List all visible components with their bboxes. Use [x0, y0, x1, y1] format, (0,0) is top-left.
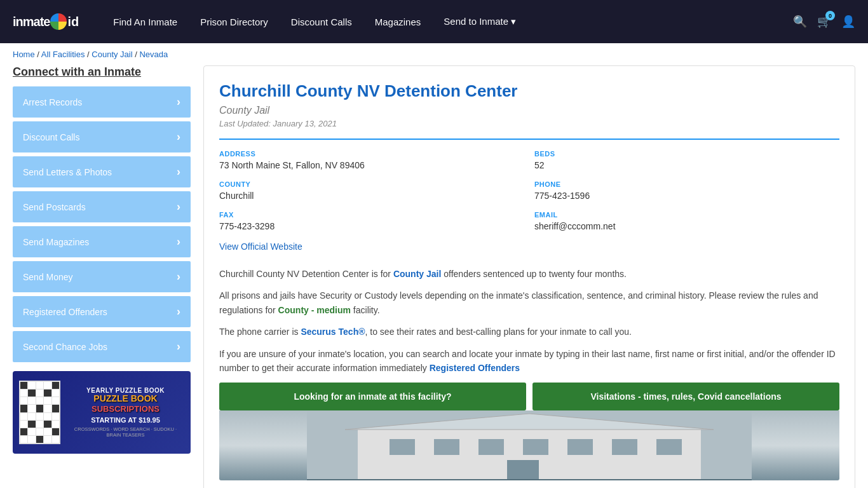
facility-card: Churchill County NV Detention Center Cou… — [203, 65, 855, 488]
nav-prison-directory[interactable]: Prison Directory — [191, 11, 277, 32]
ad-text: YEARLY PUZZLE BOOK PUZZLE BOOK SUBSCRIPT… — [67, 387, 184, 437]
phone-label: PHONE — [534, 180, 839, 188]
address-label: ADDRESS — [219, 150, 524, 158]
arrow-icon: › — [177, 165, 180, 179]
county-jail-link[interactable]: County Jail — [393, 269, 441, 279]
svg-rect-4 — [434, 439, 459, 455]
county-medium-link[interactable]: County - medium — [278, 305, 351, 315]
breadcrumb: Home / All Facilities / County Jail / Ne… — [0, 43, 868, 65]
securus-link[interactable]: Securus Tech® — [301, 327, 365, 337]
desc-para-1: Churchill County NV Detention Center is … — [219, 267, 839, 281]
svg-rect-10 — [507, 460, 539, 480]
beds-block: BEDS 52 — [534, 150, 839, 170]
sidebar: Connect with an Inmate Arrest Records › … — [13, 65, 191, 488]
fax-value: 775-423-3298 — [219, 221, 524, 231]
logo[interactable]: inmate id — [13, 13, 79, 30]
fax-block: FAX 775-423-3298 — [219, 211, 524, 231]
arrow-icon: › — [177, 305, 180, 318]
sidebar-item-label: Arrest Records — [23, 97, 82, 107]
search-button[interactable]: 🔍 — [793, 15, 807, 29]
sidebar-ad[interactable]: YEARLY PUZZLE BOOK PUZZLE BOOK SUBSCRIPT… — [13, 371, 191, 454]
breadcrumb-home[interactable]: Home — [13, 50, 35, 59]
svg-rect-5 — [478, 439, 504, 455]
sidebar-item-send-postcards[interactable]: Send Postcards › — [13, 191, 191, 222]
building-svg — [219, 410, 839, 480]
info-grid: ADDRESS 73 North Maine St, Fallon, NV 89… — [219, 139, 839, 231]
svg-rect-11 — [307, 479, 752, 480]
user-button[interactable]: 👤 — [841, 15, 855, 29]
address-block: ADDRESS 73 North Maine St, Fallon, NV 89… — [219, 150, 524, 170]
arrow-icon: › — [177, 270, 180, 283]
arrow-icon: › — [177, 340, 180, 353]
sidebar-item-label: Send Money — [23, 272, 73, 282]
nav-links: Find An Inmate Prison Directory Discount… — [104, 11, 793, 32]
county-block: COUNTY Churchill — [219, 180, 524, 201]
sidebar-item-arrest-records[interactable]: Arrest Records › — [13, 86, 191, 118]
content: Churchill County NV Detention Center Cou… — [203, 65, 855, 488]
arrow-icon: › — [177, 95, 180, 109]
beds-label: BEDS — [534, 150, 839, 158]
facility-updated: Last Updated: January 13, 2021 — [219, 119, 839, 128]
fax-label: FAX — [219, 211, 524, 219]
sidebar-item-send-money[interactable]: Send Money › — [13, 261, 191, 292]
county-value: Churchill — [219, 191, 524, 201]
sidebar-item-discount-calls[interactable]: Discount Calls › — [13, 121, 191, 152]
breadcrumb-state[interactable]: Nevada — [139, 50, 168, 59]
nav-magazines[interactable]: Magazines — [366, 11, 430, 32]
facility-type: County Jail — [219, 105, 839, 116]
ad-types: CROSSWORDS · WORD SEARCH · SUDOKU · BRAI… — [67, 426, 184, 438]
puzzle-grid — [19, 381, 60, 444]
action-buttons: Looking for an inmate at this facility? … — [219, 383, 839, 410]
beds-value: 52 — [534, 160, 839, 170]
navbar: inmate id Find An Inmate Prison Director… — [0, 0, 868, 43]
facility-name: Churchill County NV Detention Center — [219, 81, 839, 101]
breadcrumb-all-facilities[interactable]: All Facilities — [41, 50, 85, 59]
find-inmate-button[interactable]: Looking for an inmate at this facility? — [219, 383, 526, 410]
phone-value: 775-423-1596 — [534, 191, 839, 201]
sidebar-item-send-letters[interactable]: Send Letters & Photos › — [13, 156, 191, 187]
svg-rect-3 — [390, 439, 415, 455]
sidebar-item-label: Discount Calls — [23, 132, 79, 142]
nav-discount-calls[interactable]: Discount Calls — [282, 11, 361, 32]
phone-block: PHONE 775-423-1596 — [534, 180, 839, 201]
sidebar-item-registered-offenders[interactable]: Registered Offenders › — [13, 296, 191, 327]
arrow-icon: › — [177, 200, 180, 214]
cart-badge: 0 — [825, 11, 835, 20]
visitation-button[interactable]: Visitations - times, rules, Covid cancel… — [532, 383, 839, 410]
sidebar-item-label: Send Letters & Photos — [23, 167, 112, 177]
sidebar-item-label: Second Chance Jobs — [23, 342, 107, 352]
svg-rect-9 — [656, 439, 682, 455]
svg-rect-6 — [523, 439, 548, 455]
building-image — [219, 410, 839, 480]
desc-para-4: If you are unsure of your inmate's locat… — [219, 347, 839, 376]
sidebar-item-send-magazines[interactable]: Send Magazines › — [13, 226, 191, 257]
desc-para-3: The phone carrier is Securus Tech®, to s… — [219, 325, 839, 339]
email-label: EMAIL — [534, 211, 839, 219]
arrow-icon: › — [177, 130, 180, 144]
email-value: sheriff@cccomm.net — [534, 221, 839, 231]
arrow-icon: › — [177, 235, 180, 248]
description-section: Churchill County NV Detention Center is … — [219, 267, 839, 375]
address-value: 73 North Maine St, Fallon, NV 89406 — [219, 160, 524, 170]
nav-right: 🔍 🛒 0 👤 — [793, 15, 855, 29]
ad-price: STARTING AT $19.95 — [67, 416, 184, 424]
ad-subscriptions: SUBSCRIPTIONS — [67, 404, 184, 414]
sidebar-item-label: Send Magazines — [23, 237, 89, 247]
svg-rect-7 — [567, 439, 593, 455]
sidebar-title: Connect with an Inmate — [13, 65, 191, 79]
registered-offenders-link[interactable]: Registered Offenders — [430, 363, 520, 373]
cart-button[interactable]: 🛒 0 — [817, 15, 831, 29]
county-label: COUNTY — [219, 180, 524, 188]
email-block: EMAIL sheriff@cccomm.net — [534, 211, 839, 231]
sidebar-item-label: Registered Offenders — [23, 307, 107, 317]
official-website-link[interactable]: View Official Website — [219, 241, 302, 252]
breadcrumb-county-jail[interactable]: County Jail — [92, 50, 132, 59]
sidebar-item-second-chance-jobs[interactable]: Second Chance Jobs › — [13, 331, 191, 362]
desc-para-2: All prisons and jails have Security or C… — [219, 288, 839, 317]
svg-rect-8 — [612, 439, 637, 455]
nav-send-to-inmate[interactable]: Send to Inmate ▾ — [435, 11, 525, 32]
nav-find-inmate[interactable]: Find An Inmate — [104, 11, 186, 32]
main-layout: Connect with an Inmate Arrest Records › … — [0, 65, 868, 488]
ad-puzzle-book: PUZZLE BOOK — [67, 394, 184, 403]
sidebar-item-label: Send Postcards — [23, 202, 86, 212]
